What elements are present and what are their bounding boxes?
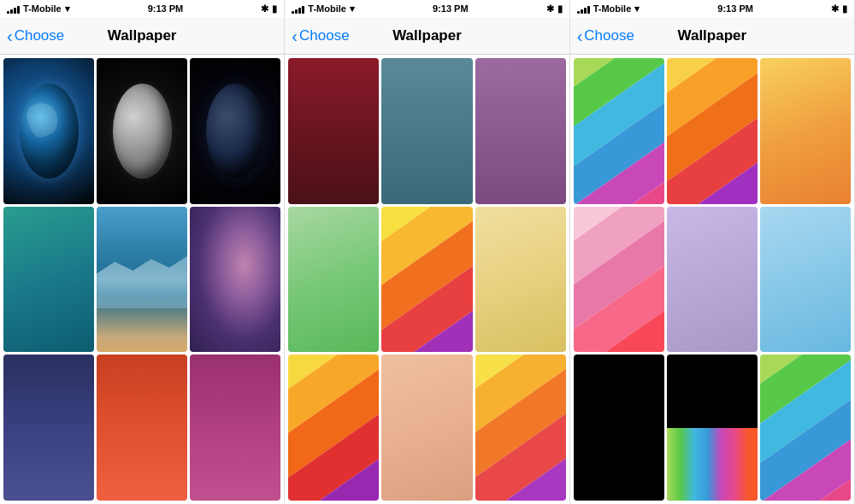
grid-row-2-1 [288,58,565,204]
wallpaper-flower-orange[interactable] [97,355,187,501]
status-right-2: ✱ ▮ [546,3,563,15]
grid-row-1-3 [3,355,280,501]
wallpaper-moon[interactable] [97,58,187,204]
bluetooth-icon-2: ✱ [546,3,554,15]
signal-icon-3 [577,4,590,14]
nav-bar-3: ‹ Choose Wallpaper [570,17,854,55]
wallpaper-flower-pink[interactable] [190,355,280,501]
time-3: 9:13 PM [717,3,753,14]
wallpaper-rainbow-3-3[interactable] [574,207,664,353]
carrier-2: T-Mobile [308,3,346,14]
panel-2: T-Mobile ▾ 9:13 PM ✱ ▮ ‹ Choose Wallpape… [285,0,569,504]
wallpaper-grad-green[interactable] [288,207,379,353]
wallpaper-green-flower[interactable] [475,58,566,204]
status-bar-1: T-Mobile ▾ 9:13 PM ✱ ▮ [0,0,284,17]
signal-icon-2 [292,4,304,14]
wallpaper-black-2[interactable] [667,355,758,501]
wallpaper-ocean[interactable] [3,207,94,353]
rainbow-stripes-3d [760,355,851,501]
grid-row-3-2 [574,207,851,353]
moon-sphere [113,84,172,179]
nav-title-2: Wallpaper [392,27,462,44]
status-bar-2: T-Mobile ▾ 9:13 PM ✱ ▮ [285,0,569,17]
status-left-1: T-Mobile ▾ [7,3,70,15]
status-left-3: T-Mobile ▾ [577,3,640,15]
wallpaper-rainbow-3-4[interactable] [760,355,851,501]
nav-bar-2: ‹ Choose Wallpaper [285,17,569,55]
wallpaper-rainbow-2-mid[interactable] [381,207,472,353]
back-button-3[interactable]: ‹ Choose [577,27,634,44]
wallpaper-flower-blue[interactable] [3,355,94,501]
wallpaper-wave[interactable] [97,207,187,353]
rainbow-stripes-2c [475,355,566,501]
wallpaper-grad-peach[interactable] [381,355,472,501]
nav-bar-1: ‹ Choose Wallpaper [0,17,284,55]
wifi-icon-2: ▾ [350,3,355,15]
earth-sphere [20,84,79,179]
wallpaper-red-flower[interactable] [288,58,379,204]
back-button-2[interactable]: ‹ Choose [292,27,349,44]
back-label-2: Choose [299,27,350,44]
rainbow-stripes-3c [574,207,664,353]
battery-icon-2: ▮ [557,3,563,15]
back-button-1[interactable]: ‹ Choose [7,27,64,44]
nav-title-1: Wallpaper [108,27,177,44]
panel-3: T-Mobile ▾ 9:13 PM ✱ ▮ ‹ Choose Wallpape… [570,0,855,504]
wallpaper-rainbow-2-right[interactable] [475,355,566,501]
wallpaper-rainbow-3-2[interactable] [667,58,758,204]
wallpaper-earth[interactable] [3,58,94,204]
grid-row-2-3 [288,355,565,501]
wallpaper-blue-flower[interactable] [381,58,472,204]
wallpaper-rainbow-3-1[interactable] [574,58,664,204]
rainbow-stripes-2b [288,355,379,501]
grid-row-1-1 [3,58,280,204]
bluetooth-icon-3: ✱ [831,3,839,15]
chevron-left-icon-3: ‹ [577,27,583,44]
status-bar-3: T-Mobile ▾ 9:13 PM ✱ ▮ [570,0,854,17]
carrier-3: T-Mobile [593,3,632,14]
wallpaper-grid-2 [285,55,569,504]
wallpaper-rainbow-2-left[interactable] [288,355,379,501]
wallpaper-grad-yellow[interactable] [475,207,566,353]
wallpaper-grid-3 [570,55,854,504]
chevron-left-icon-2: ‹ [292,27,298,44]
time-2: 9:13 PM [433,3,469,14]
wallpaper-sky[interactable] [760,207,851,353]
nav-title-3: Wallpaper [678,27,747,44]
panel-1: T-Mobile ▾ 9:13 PM ✱ ▮ ‹ Choose Wallpape… [0,0,285,504]
back-label-1: Choose [15,27,65,44]
rainbow-stripes-3b [667,58,758,204]
battery-icon-1: ▮ [272,3,277,15]
grid-row-2-2 [288,207,565,353]
time-1: 9:13 PM [148,3,184,14]
wallpaper-grid-1 [0,55,284,504]
status-right-3: ✱ ▮ [831,3,847,15]
grid-row-3-3 [574,355,851,501]
dark-sphere [206,84,265,179]
wallpaper-dark-planet[interactable] [190,58,280,204]
status-left-2: T-Mobile ▾ [292,3,355,15]
status-right-1: ✱ ▮ [261,3,277,15]
back-label-3: Choose [584,27,634,44]
rainbow-stripes-3a [574,58,664,204]
bluetooth-icon-1: ✱ [261,3,268,15]
wallpaper-warm-orange[interactable] [760,58,851,204]
signal-icon-1 [7,4,20,14]
wifi-icon-3: ▾ [634,3,640,15]
wallpaper-lavender[interactable] [667,207,758,353]
carrier-1: T-Mobile [23,3,62,14]
grid-row-1-2 [3,207,280,353]
rainbow-stripes-2 [381,207,472,353]
wallpaper-black-1[interactable] [574,355,664,501]
battery-icon-3: ▮ [842,3,847,15]
wifi-icon-1: ▾ [65,3,70,15]
chevron-left-icon-1: ‹ [7,27,13,44]
wallpaper-blur[interactable] [190,207,280,353]
grid-row-3-1 [574,58,851,204]
